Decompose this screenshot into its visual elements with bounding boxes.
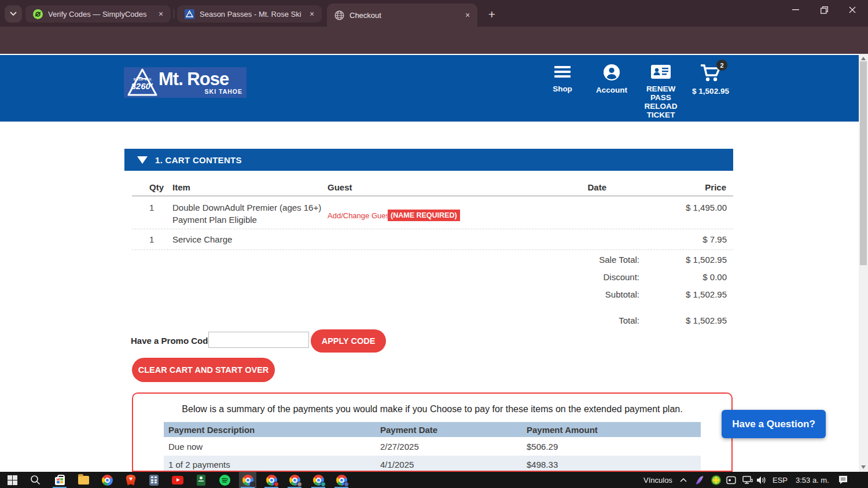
taskbar-calculator-button[interactable] [145,472,163,488]
cart-amount: $ 1,502.95 [690,87,731,96]
row-divider [132,249,733,250]
tab-season-passes[interactable]: Season Passes - Mt. Rose Ski Ta × [177,5,322,23]
network-ethernet-icon [742,476,753,485]
taskbar-green-app-button[interactable] [192,472,209,488]
plan-date: 4/1/2025 [380,460,414,469]
col-item: Item [172,182,190,192]
profile-badge [344,482,349,487]
row-item-line1: Service Charge [172,234,232,244]
tray-volume-button[interactable] [753,472,770,488]
nav-shop[interactable]: Shop [546,64,579,93]
new-tab-button[interactable]: + [484,6,500,23]
browser-titlebar: Verify Codes — SimplyCodes × Season Pass… [0,0,868,27]
notification-center-button[interactable] [834,472,852,488]
tab-title: Season Passes - Mt. Rose Ski Ta [200,10,302,19]
window-minimize-button[interactable] [782,0,809,20]
nav-cart[interactable]: 2 $ 1,502.95 [690,64,731,96]
tab-title: Checkout [350,11,458,20]
taskbar-store-button[interactable] [51,472,68,488]
mt-rose-favicon-icon [185,9,194,19]
notification-icon [838,475,848,485]
tab-verify-codes[interactable]: Verify Codes — SimplyCodes × [25,5,171,23]
tray-antivirus-app[interactable] [708,472,723,488]
taskbar-chrome-profile-2[interactable] [263,472,280,488]
tray-pen-app[interactable] [692,472,707,488]
plan-description: 1 of 2 payments [168,460,230,469]
window-restore-button[interactable] [811,0,837,20]
scroll-up-icon[interactable] [861,57,866,60]
tray-show-hidden-button[interactable] [676,472,691,488]
logo-tagline: SKI TAHOE [205,88,242,95]
nav-renew-line3: TICKET [637,111,685,119]
profile-badge [250,482,255,487]
keyboard-language[interactable]: ESP [773,472,788,488]
row-item-line1: Double DownAdult Premier (ages 16+) [172,203,321,212]
nav-shop-label: Shop [546,85,579,93]
payment-plan-header-row: Payment Description Payment Date Payment… [164,422,701,437]
tab-close-icon[interactable]: × [307,9,317,19]
taskbar-explorer-button[interactable] [75,472,92,488]
profile-badge [297,482,302,487]
promo-code-input[interactable] [208,332,309,348]
tab-search-button[interactable] [5,5,22,23]
row-qty: 1 [149,203,154,212]
page-scrollbar[interactable] [859,54,868,472]
microsoft-store-icon [55,477,65,485]
apply-code-button[interactable]: APPLY CODE [311,329,386,353]
tray-cast-app[interactable] [723,472,738,488]
cart-contents-section-header[interactable]: 1. CART CONTENTS [124,149,733,171]
taskbar-spotify-button[interactable] [216,472,233,488]
taskbar-youtube-button[interactable] [169,472,186,488]
account-icon [603,64,620,81]
col-price: Price [639,182,726,192]
cast-icon [726,476,736,485]
brave-icon [126,475,136,486]
start-button[interactable] [3,472,21,488]
taskbar-chrome-profile-5[interactable] [333,472,350,488]
col-date: Date [520,182,606,192]
discount-label: Discount: [524,272,639,282]
chevron-down-icon [10,12,17,16]
restore-icon [821,6,828,14]
nav-renew-line1: RENEW PASS [637,85,685,102]
profile-badge [274,482,279,487]
tab-close-icon[interactable]: × [156,9,166,19]
payment-plan-box: Below is a summary of the payments you w… [132,392,733,472]
chrome-icon [313,475,324,486]
taskbar-chrome-button[interactable] [98,472,116,488]
tab-close-icon[interactable]: × [462,10,473,20]
payment-plan-intro: Below is a summary of the payments you w… [133,404,731,414]
cart-section-title: 1. CART CONTENTS [155,155,242,165]
close-icon [849,6,856,13]
page-viewport: BASE ELV. 8260' Mt. Rose SKI TAHOE Shop … [0,54,868,472]
feather-icon [696,475,704,486]
add-change-guest-link[interactable]: Add/Change Guest [328,211,392,220]
taskbar-links-toolbar[interactable]: Vínculos [643,472,672,488]
clear-cart-button[interactable]: CLEAR CART AND START OVER [132,358,275,382]
taskbar-search-button[interactable] [27,472,44,488]
taskbar-chrome-profile-4[interactable] [310,472,327,488]
tab-checkout-active[interactable]: Checkout × [327,3,477,27]
nav-renew-pass[interactable]: RENEW PASS RELOAD TICKET [637,64,685,119]
payment-plan-row: 1 of 2 payments 4/1/2025 $498.33 [164,456,701,472]
chevron-up-icon [680,478,687,482]
sale-total-label: Sale Total: [524,255,639,265]
scrollbar-thumb[interactable] [860,61,867,265]
total-value: $ 1,502.95 [628,315,727,325]
taskbar-chrome-profile-3[interactable] [286,472,303,488]
scroll-down-icon[interactable] [861,465,866,469]
plan-date: 2/27/2025 [380,442,419,452]
mt-rose-logo[interactable]: BASE ELV. 8260' Mt. Rose SKI TAHOE [124,67,247,98]
nav-renew-line2: RELOAD [637,102,685,111]
have-a-question-button[interactable]: Have a Question? [722,410,826,438]
taskbar-brave-button[interactable] [122,472,139,488]
taskbar-chrome-profile-1-active[interactable] [239,472,256,488]
plan-col-amount: Payment Amount [527,425,598,435]
window-close-button[interactable] [839,0,866,20]
total-label: Total: [524,315,639,325]
clock[interactable]: 3:53 a. m. [796,472,829,488]
nav-account[interactable]: Account [589,64,635,94]
plan-col-description: Payment Description [168,425,255,435]
row-item-line2: Payment Plan Eligible [172,215,257,225]
chrome-icon [102,475,113,486]
